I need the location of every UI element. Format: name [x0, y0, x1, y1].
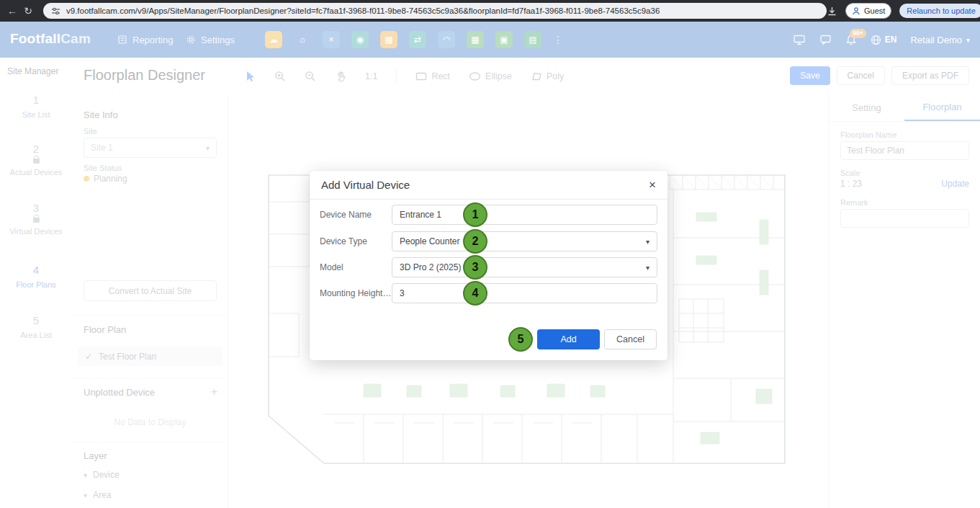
annotation-circle-4: 4 [463, 281, 487, 306]
device-name-row: Device Name [320, 205, 657, 225]
device-type-label: Device Type [320, 236, 392, 246]
person-icon [852, 6, 860, 15]
model-label: Model [320, 262, 392, 272]
close-icon[interactable]: × [649, 179, 656, 191]
reload-icon[interactable]: ↻ [20, 5, 36, 17]
add-virtual-device-modal: Add Virtual Device × Device Name Device … [310, 171, 667, 360]
chevron-down-icon: ▾ [646, 264, 649, 272]
url-text: v9.footfallcam.com/v9/Apps/SiteManager/F… [66, 6, 660, 15]
mounting-height-row: Mounting Height ... [320, 283, 657, 303]
profile-chip[interactable]: Guest [845, 3, 891, 19]
device-name-input[interactable] [392, 205, 657, 225]
model-select[interactable]: 3D Pro 2 (2025) ▾ [392, 257, 657, 277]
model-row: Model 3D Pro 2 (2025) ▾ [320, 257, 657, 277]
annotation-circle-5: 5 [508, 327, 533, 352]
add-button[interactable]: Add [537, 329, 600, 349]
annotation-circle-1: 1 [463, 202, 487, 227]
browser-chrome: ← ↻ v9.footfallcam.com/v9/Apps/SiteManag… [0, 0, 980, 22]
device-type-row: Device Type People Counter ▾ [320, 231, 657, 251]
site-settings-icon[interactable] [51, 6, 60, 16]
chevron-down-icon: ▾ [646, 238, 649, 246]
profile-label: Guest [864, 6, 885, 15]
device-name-label: Device Name [320, 210, 392, 220]
modal-cancel-button[interactable]: Cancel [604, 329, 657, 349]
back-icon[interactable]: ← [4, 5, 20, 17]
relaunch-button[interactable]: Relaunch to update [899, 4, 980, 18]
annotation-circle-2: 2 [463, 229, 487, 254]
device-type-select[interactable]: People Counter ▾ [392, 231, 657, 251]
annotation-circle-3: 3 [463, 255, 487, 280]
modal-title: Add Virtual Device [321, 179, 410, 191]
address-bar[interactable]: v9.footfallcam.com/v9/Apps/SiteManager/F… [43, 3, 827, 19]
mounting-height-label: Mounting Height ... [320, 288, 392, 298]
screen: ← ↻ v9.footfallcam.com/v9/Apps/SiteManag… [0, 0, 980, 508]
download-icon[interactable] [827, 6, 837, 17]
mounting-height-input[interactable] [392, 283, 657, 303]
